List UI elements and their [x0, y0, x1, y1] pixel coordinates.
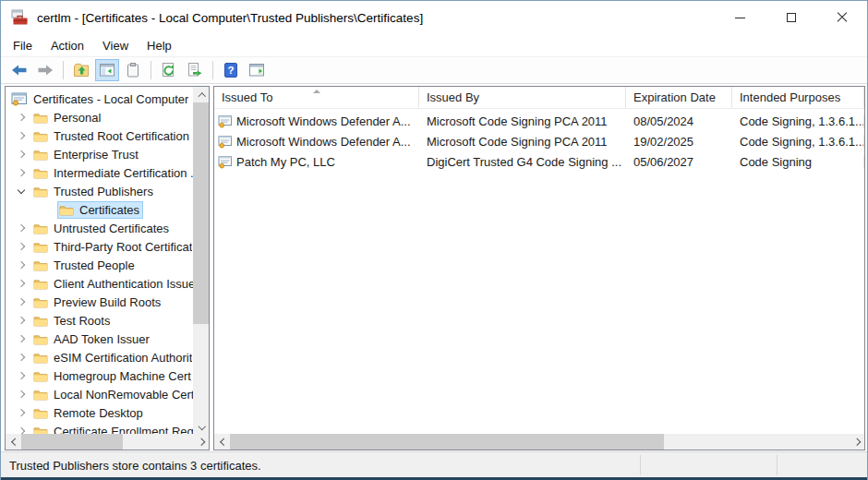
maximize-button[interactable]: [766, 1, 816, 34]
forward-button[interactable]: [33, 59, 57, 81]
cell-intended-purposes: Code Signing, 1.3.6.1...: [732, 114, 864, 128]
tree-item-client-authentication[interactable]: Client Authentication Issue: [6, 274, 193, 293]
folder-icon: [33, 149, 48, 161]
cell-issued-to: Patch My PC, LLC: [214, 155, 419, 169]
show-console-tree-button[interactable]: [95, 59, 119, 81]
scrollbar-thumb[interactable]: [21, 434, 123, 450]
chevron-right-icon[interactable]: [18, 317, 25, 324]
folder-icon: [59, 204, 74, 216]
tree-item-aad-token-issuer[interactable]: AAD Token Issuer: [6, 330, 193, 348]
list-header: Issued To Issued By Expiration Date Inte…: [214, 87, 864, 109]
certificate-icon: [218, 114, 233, 128]
certificate-row[interactable]: Microsoft Windows Defender A... Microsof…: [214, 111, 864, 131]
chevron-right-icon[interactable]: [18, 354, 25, 361]
scroll-left-button[interactable]: [214, 434, 230, 450]
folder-icon: [33, 315, 48, 327]
tree-item-enterprise-trust[interactable]: Enterprise Trust: [6, 145, 193, 163]
tree-item-label: AAD Token Issuer: [54, 332, 150, 346]
certlm-app-icon: [11, 9, 30, 26]
refresh-button[interactable]: [157, 59, 181, 81]
tree-item-preview-build-roots[interactable]: Preview Build Roots: [6, 293, 193, 311]
back-icon: [11, 62, 28, 78]
chevron-right-icon[interactable]: [18, 243, 25, 250]
certificate-row[interactable]: Microsoft Windows Defender A... Microsof…: [214, 131, 864, 151]
list-horizontal-scrollbar[interactable]: [214, 434, 864, 450]
chevron-right-icon[interactable]: [18, 132, 25, 139]
menu-help[interactable]: Help: [138, 36, 181, 55]
export-list-button[interactable]: [183, 59, 207, 81]
paste-button[interactable]: [121, 59, 145, 81]
chevron-right-icon[interactable]: [18, 114, 25, 121]
status-divider: [640, 455, 641, 475]
tree-item-esim-certification[interactable]: eSIM Certification Authorit: [6, 348, 193, 366]
svg-text:?: ?: [227, 65, 234, 76]
tree-item-label: Untrusted Certificates: [54, 222, 169, 235]
tree-item-trusted-publishers[interactable]: Trusted Publishers: [6, 182, 193, 200]
folder-icon: [33, 389, 48, 401]
tree-item-local-nonremovable[interactable]: Local NonRemovable Certi: [6, 385, 193, 403]
refresh-icon: [161, 62, 177, 78]
tree-item-trusted-people[interactable]: Trusted People: [6, 256, 193, 274]
column-header-issued-by[interactable]: Issued By: [419, 87, 626, 108]
back-button[interactable]: [7, 59, 31, 81]
tree-vertical-scrollbar[interactable]: [193, 87, 209, 434]
certificate-row[interactable]: Patch My PC, LLC DigiCert Trusted G4 Cod…: [214, 151, 864, 172]
tree-item-remote-desktop[interactable]: Remote Desktop: [6, 403, 193, 422]
scroll-right-button[interactable]: [193, 434, 209, 450]
chevron-right-icon[interactable]: [18, 335, 25, 342]
status-text: Trusted Publishers store contains 3 cert…: [9, 459, 261, 473]
scroll-left-button[interactable]: [6, 434, 21, 450]
close-button[interactable]: [816, 1, 867, 34]
scroll-up-button[interactable]: [193, 87, 209, 102]
tree-item-label: Enterprise Trust: [54, 148, 139, 162]
tree-item-homegroup-machine[interactable]: Homegroup Machine Cert: [6, 366, 193, 385]
chevron-down-icon[interactable]: [18, 187, 25, 195]
show-action-pane-icon: [248, 62, 265, 78]
tree-item-certificates-selected[interactable]: Certificates: [6, 200, 193, 219]
tree-item-label: Third-Party Root Certificat: [54, 240, 192, 254]
cell-expiration-date: 05/06/2027: [626, 155, 732, 169]
show-action-pane-button[interactable]: [245, 59, 269, 81]
menu-view[interactable]: View: [93, 36, 138, 55]
scroll-right-button[interactable]: [849, 434, 864, 450]
tree-item-label: Remote Desktop: [54, 406, 143, 420]
chevron-right-icon[interactable]: [18, 150, 25, 158]
tree-item-certificate-enrollment[interactable]: Certificate Enrollment Req: [6, 422, 193, 434]
column-header-intended-purposes[interactable]: Intended Purposes: [732, 87, 864, 108]
column-header-expiration-date[interactable]: Expiration Date: [626, 87, 732, 108]
tree-item-untrusted-certificates[interactable]: Untrusted Certificates: [6, 219, 193, 237]
tree-item-label: eSIM Certification Authorit: [54, 351, 192, 365]
chevron-right-icon: [854, 439, 860, 445]
chevron-right-icon[interactable]: [18, 409, 25, 416]
tree-item-certificates-local-computer[interactable]: Certificates - Local Computer: [6, 90, 193, 108]
cell-issued-to: Microsoft Windows Defender A...: [214, 135, 419, 149]
tree-item-third-party-root[interactable]: Third-Party Root Certificat: [6, 237, 193, 256]
chevron-right-icon[interactable]: [18, 280, 25, 287]
menu-file[interactable]: File: [4, 36, 42, 55]
chevron-right-icon[interactable]: [18, 427, 25, 434]
chevron-right-icon[interactable]: [18, 390, 25, 398]
chevron-right-icon[interactable]: [18, 298, 25, 306]
chevron-right-icon[interactable]: [18, 169, 25, 176]
cell-intended-purposes: Code Signing: [732, 155, 864, 169]
tree-item-test-roots[interactable]: Test Roots: [6, 311, 193, 330]
minimize-button[interactable]: [715, 1, 766, 34]
scrollbar-thumb[interactable]: [230, 434, 664, 450]
chevron-right-icon[interactable]: [18, 224, 25, 232]
scrollbar-thumb[interactable]: [193, 102, 209, 324]
tree-item-label: Test Roots: [54, 314, 110, 328]
tree-horizontal-scrollbar[interactable]: [6, 434, 209, 450]
tree-item-personal[interactable]: Personal: [6, 108, 193, 126]
chevron-right-icon[interactable]: [18, 372, 25, 379]
up-one-level-button[interactable]: [69, 59, 93, 81]
scroll-down-button[interactable]: [193, 418, 209, 434]
tree-item-trusted-root-certification[interactable]: Trusted Root Certification .: [6, 126, 193, 145]
chevron-right-icon[interactable]: [18, 261, 25, 269]
maximize-icon: [787, 13, 796, 22]
tree-item-intermediate-certification[interactable]: Intermediate Certification .: [6, 163, 193, 182]
folder-icon: [33, 296, 48, 308]
help-button[interactable]: ?: [219, 59, 243, 81]
certificate-list-pane: Issued To Issued By Expiration Date Inte…: [213, 86, 865, 450]
chevron-down-icon: [199, 424, 204, 429]
menu-action[interactable]: Action: [42, 36, 93, 55]
